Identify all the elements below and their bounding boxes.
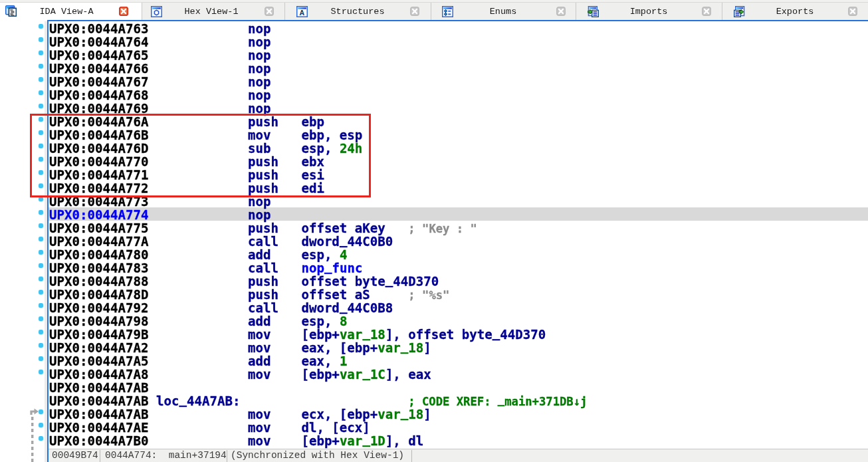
- svg-text:A: A: [300, 9, 305, 17]
